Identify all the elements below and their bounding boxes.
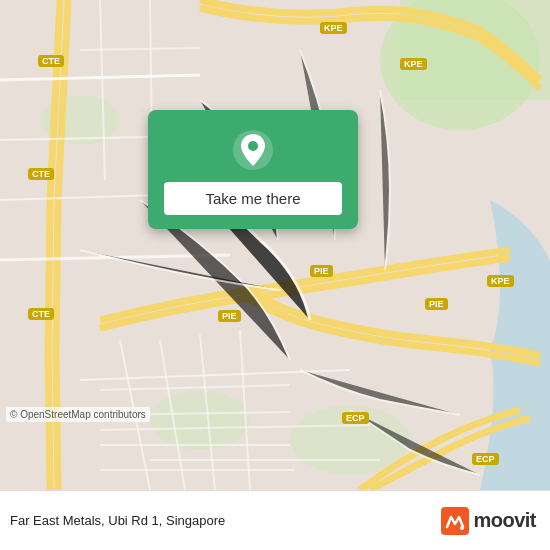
- svg-point-25: [248, 141, 258, 151]
- bottom-bar: Far East Metals, Ubi Rd 1, Singapore moo…: [0, 490, 550, 550]
- address-text: Far East Metals, Ubi Rd 1, Singapore: [10, 513, 441, 528]
- highway-label-ecp2: ECP: [472, 453, 499, 465]
- map-container: CTE CTE CTE KPE KPE PIE PIE PIE KPE ECP …: [0, 0, 550, 490]
- popup-card: Take me there: [148, 110, 358, 229]
- highway-label-ecp1: ECP: [342, 412, 369, 424]
- highway-label-cte1: CTE: [38, 55, 64, 67]
- map-attribution: © OpenStreetMap contributors: [6, 407, 150, 422]
- svg-point-4: [150, 390, 250, 450]
- highway-label-cte3: CTE: [28, 308, 54, 320]
- highway-label-pie1: PIE: [310, 265, 333, 277]
- moovit-logo-icon: [441, 507, 469, 535]
- highway-label-pie3: PIE: [218, 310, 241, 322]
- highway-label-kpe3: KPE: [487, 275, 514, 287]
- highway-label-kpe2: KPE: [400, 58, 427, 70]
- svg-point-27: [460, 526, 464, 530]
- location-pin-icon: [231, 128, 275, 172]
- highway-label-pie2: PIE: [425, 298, 448, 310]
- svg-rect-26: [441, 507, 469, 535]
- highway-label-cte2: CTE: [28, 168, 54, 180]
- take-me-there-button[interactable]: Take me there: [164, 182, 342, 215]
- highway-label-kpe1: KPE: [320, 22, 347, 34]
- moovit-logo: moovit: [441, 507, 536, 535]
- moovit-brand-text: moovit: [473, 509, 536, 532]
